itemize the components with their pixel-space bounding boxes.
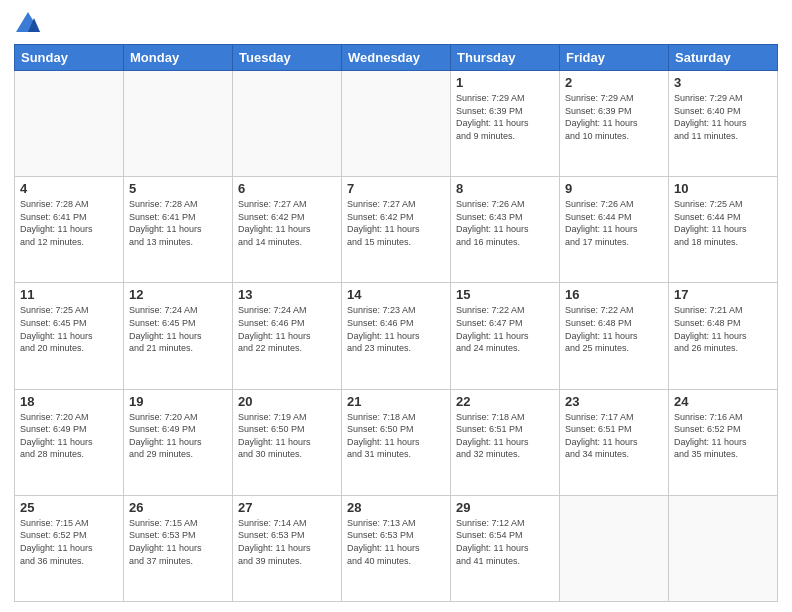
calendar-week-row: 11Sunrise: 7:25 AM Sunset: 6:45 PM Dayli… — [15, 283, 778, 389]
day-info: Sunrise: 7:29 AM Sunset: 6:40 PM Dayligh… — [674, 92, 772, 142]
day-info: Sunrise: 7:28 AM Sunset: 6:41 PM Dayligh… — [20, 198, 118, 248]
day-info: Sunrise: 7:17 AM Sunset: 6:51 PM Dayligh… — [565, 411, 663, 461]
calendar-day-cell: 20Sunrise: 7:19 AM Sunset: 6:50 PM Dayli… — [233, 389, 342, 495]
calendar-day-cell: 5Sunrise: 7:28 AM Sunset: 6:41 PM Daylig… — [124, 177, 233, 283]
day-number: 11 — [20, 287, 118, 302]
day-info: Sunrise: 7:22 AM Sunset: 6:48 PM Dayligh… — [565, 304, 663, 354]
calendar-day-cell: 16Sunrise: 7:22 AM Sunset: 6:48 PM Dayli… — [560, 283, 669, 389]
weekday-header-row: SundayMondayTuesdayWednesdayThursdayFrid… — [15, 45, 778, 71]
calendar-day-cell: 21Sunrise: 7:18 AM Sunset: 6:50 PM Dayli… — [342, 389, 451, 495]
weekday-header-cell: Saturday — [669, 45, 778, 71]
day-info: Sunrise: 7:16 AM Sunset: 6:52 PM Dayligh… — [674, 411, 772, 461]
day-number: 10 — [674, 181, 772, 196]
calendar-day-cell: 19Sunrise: 7:20 AM Sunset: 6:49 PM Dayli… — [124, 389, 233, 495]
day-number: 22 — [456, 394, 554, 409]
day-number: 18 — [20, 394, 118, 409]
day-number: 20 — [238, 394, 336, 409]
weekday-header-cell: Monday — [124, 45, 233, 71]
logo-icon — [14, 10, 42, 38]
day-number: 26 — [129, 500, 227, 515]
day-info: Sunrise: 7:15 AM Sunset: 6:53 PM Dayligh… — [129, 517, 227, 567]
calendar-day-cell: 8Sunrise: 7:26 AM Sunset: 6:43 PM Daylig… — [451, 177, 560, 283]
calendar-day-cell: 6Sunrise: 7:27 AM Sunset: 6:42 PM Daylig… — [233, 177, 342, 283]
calendar-day-cell: 24Sunrise: 7:16 AM Sunset: 6:52 PM Dayli… — [669, 389, 778, 495]
page: SundayMondayTuesdayWednesdayThursdayFrid… — [0, 0, 792, 612]
day-number: 12 — [129, 287, 227, 302]
day-number: 15 — [456, 287, 554, 302]
calendar-day-cell: 11Sunrise: 7:25 AM Sunset: 6:45 PM Dayli… — [15, 283, 124, 389]
weekday-header-cell: Sunday — [15, 45, 124, 71]
day-info: Sunrise: 7:29 AM Sunset: 6:39 PM Dayligh… — [565, 92, 663, 142]
calendar-day-cell: 15Sunrise: 7:22 AM Sunset: 6:47 PM Dayli… — [451, 283, 560, 389]
day-number: 6 — [238, 181, 336, 196]
calendar-day-cell: 9Sunrise: 7:26 AM Sunset: 6:44 PM Daylig… — [560, 177, 669, 283]
calendar-day-cell: 29Sunrise: 7:12 AM Sunset: 6:54 PM Dayli… — [451, 495, 560, 601]
day-info: Sunrise: 7:25 AM Sunset: 6:44 PM Dayligh… — [674, 198, 772, 248]
calendar-day-cell — [233, 71, 342, 177]
day-number: 24 — [674, 394, 772, 409]
calendar-table: SundayMondayTuesdayWednesdayThursdayFrid… — [14, 44, 778, 602]
weekday-header-cell: Friday — [560, 45, 669, 71]
calendar-day-cell: 26Sunrise: 7:15 AM Sunset: 6:53 PM Dayli… — [124, 495, 233, 601]
calendar-day-cell — [15, 71, 124, 177]
calendar-day-cell: 23Sunrise: 7:17 AM Sunset: 6:51 PM Dayli… — [560, 389, 669, 495]
day-info: Sunrise: 7:20 AM Sunset: 6:49 PM Dayligh… — [20, 411, 118, 461]
day-number: 9 — [565, 181, 663, 196]
calendar-day-cell: 7Sunrise: 7:27 AM Sunset: 6:42 PM Daylig… — [342, 177, 451, 283]
calendar-day-cell: 12Sunrise: 7:24 AM Sunset: 6:45 PM Dayli… — [124, 283, 233, 389]
calendar-day-cell — [342, 71, 451, 177]
weekday-header-cell: Wednesday — [342, 45, 451, 71]
calendar-week-row: 18Sunrise: 7:20 AM Sunset: 6:49 PM Dayli… — [15, 389, 778, 495]
weekday-header-cell: Tuesday — [233, 45, 342, 71]
day-info: Sunrise: 7:15 AM Sunset: 6:52 PM Dayligh… — [20, 517, 118, 567]
calendar-day-cell — [560, 495, 669, 601]
day-info: Sunrise: 7:27 AM Sunset: 6:42 PM Dayligh… — [347, 198, 445, 248]
day-info: Sunrise: 7:22 AM Sunset: 6:47 PM Dayligh… — [456, 304, 554, 354]
day-number: 5 — [129, 181, 227, 196]
calendar-day-cell: 27Sunrise: 7:14 AM Sunset: 6:53 PM Dayli… — [233, 495, 342, 601]
calendar-day-cell: 1Sunrise: 7:29 AM Sunset: 6:39 PM Daylig… — [451, 71, 560, 177]
day-info: Sunrise: 7:21 AM Sunset: 6:48 PM Dayligh… — [674, 304, 772, 354]
day-info: Sunrise: 7:20 AM Sunset: 6:49 PM Dayligh… — [129, 411, 227, 461]
day-info: Sunrise: 7:24 AM Sunset: 6:45 PM Dayligh… — [129, 304, 227, 354]
calendar-body: 1Sunrise: 7:29 AM Sunset: 6:39 PM Daylig… — [15, 71, 778, 602]
day-number: 1 — [456, 75, 554, 90]
day-info: Sunrise: 7:19 AM Sunset: 6:50 PM Dayligh… — [238, 411, 336, 461]
calendar-day-cell: 3Sunrise: 7:29 AM Sunset: 6:40 PM Daylig… — [669, 71, 778, 177]
day-number: 17 — [674, 287, 772, 302]
day-info: Sunrise: 7:27 AM Sunset: 6:42 PM Dayligh… — [238, 198, 336, 248]
calendar-day-cell: 17Sunrise: 7:21 AM Sunset: 6:48 PM Dayli… — [669, 283, 778, 389]
day-number: 27 — [238, 500, 336, 515]
header — [14, 10, 778, 38]
day-info: Sunrise: 7:26 AM Sunset: 6:44 PM Dayligh… — [565, 198, 663, 248]
calendar-day-cell: 2Sunrise: 7:29 AM Sunset: 6:39 PM Daylig… — [560, 71, 669, 177]
day-info: Sunrise: 7:13 AM Sunset: 6:53 PM Dayligh… — [347, 517, 445, 567]
day-info: Sunrise: 7:12 AM Sunset: 6:54 PM Dayligh… — [456, 517, 554, 567]
calendar-day-cell: 22Sunrise: 7:18 AM Sunset: 6:51 PM Dayli… — [451, 389, 560, 495]
day-number: 2 — [565, 75, 663, 90]
day-info: Sunrise: 7:23 AM Sunset: 6:46 PM Dayligh… — [347, 304, 445, 354]
day-number: 25 — [20, 500, 118, 515]
day-info: Sunrise: 7:25 AM Sunset: 6:45 PM Dayligh… — [20, 304, 118, 354]
calendar-day-cell: 28Sunrise: 7:13 AM Sunset: 6:53 PM Dayli… — [342, 495, 451, 601]
day-number: 7 — [347, 181, 445, 196]
day-info: Sunrise: 7:18 AM Sunset: 6:51 PM Dayligh… — [456, 411, 554, 461]
calendar-day-cell: 25Sunrise: 7:15 AM Sunset: 6:52 PM Dayli… — [15, 495, 124, 601]
day-number: 23 — [565, 394, 663, 409]
day-number: 13 — [238, 287, 336, 302]
day-number: 16 — [565, 287, 663, 302]
calendar-day-cell — [669, 495, 778, 601]
calendar-day-cell — [124, 71, 233, 177]
calendar-day-cell: 10Sunrise: 7:25 AM Sunset: 6:44 PM Dayli… — [669, 177, 778, 283]
calendar-day-cell: 18Sunrise: 7:20 AM Sunset: 6:49 PM Dayli… — [15, 389, 124, 495]
day-number: 19 — [129, 394, 227, 409]
calendar-day-cell: 13Sunrise: 7:24 AM Sunset: 6:46 PM Dayli… — [233, 283, 342, 389]
day-info: Sunrise: 7:24 AM Sunset: 6:46 PM Dayligh… — [238, 304, 336, 354]
calendar-day-cell: 4Sunrise: 7:28 AM Sunset: 6:41 PM Daylig… — [15, 177, 124, 283]
day-number: 29 — [456, 500, 554, 515]
day-info: Sunrise: 7:26 AM Sunset: 6:43 PM Dayligh… — [456, 198, 554, 248]
day-number: 28 — [347, 500, 445, 515]
calendar-week-row: 1Sunrise: 7:29 AM Sunset: 6:39 PM Daylig… — [15, 71, 778, 177]
calendar-header: SundayMondayTuesdayWednesdayThursdayFrid… — [15, 45, 778, 71]
day-info: Sunrise: 7:29 AM Sunset: 6:39 PM Dayligh… — [456, 92, 554, 142]
